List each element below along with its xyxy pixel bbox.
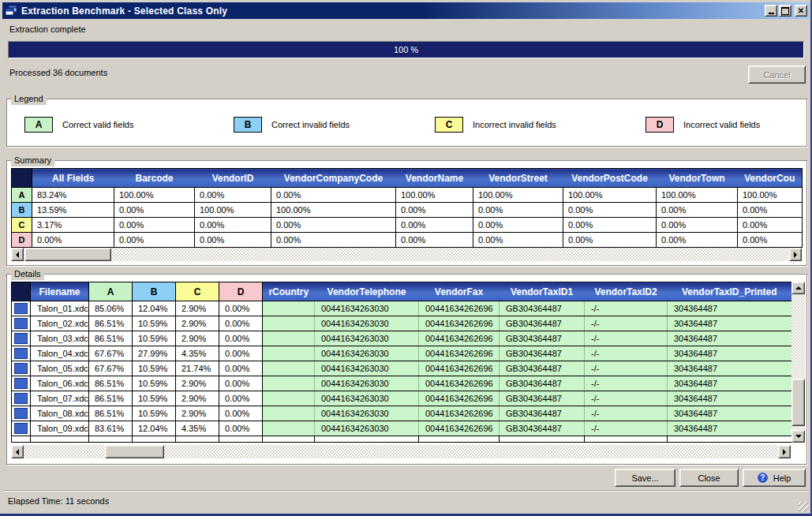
details-partial-cell bbox=[315, 436, 419, 443]
details-cell-filename: Talon_03.xdc bbox=[31, 331, 89, 346]
details-cell-fax: 00441634262696 bbox=[419, 361, 500, 376]
details-column-header-9: VendorTaxID2 bbox=[585, 282, 668, 301]
maximize-icon bbox=[781, 7, 789, 15]
row-selector-cell bbox=[12, 361, 31, 376]
details-cell-country bbox=[263, 316, 315, 331]
details-cell-d: 0.00% bbox=[219, 301, 263, 316]
row-selector[interactable] bbox=[14, 423, 28, 434]
details-cell-d: 0.00% bbox=[219, 421, 263, 436]
minimize-button[interactable] bbox=[765, 5, 777, 17]
details-row: Talon_02.xdc86.51%10.59%2.90%0.00%004416… bbox=[12, 316, 792, 331]
close-button[interactable]: ✕ bbox=[795, 5, 807, 17]
details-cell-c: 4.35% bbox=[176, 346, 219, 361]
details-cell-c: 4.35% bbox=[176, 421, 219, 436]
help-button[interactable]: ? Help bbox=[743, 469, 806, 487]
details-cell-taxid2: -/- bbox=[585, 301, 668, 316]
summary-cell: 0.00% bbox=[271, 218, 396, 233]
details-scroll-up-button[interactable] bbox=[791, 282, 805, 294]
details-cell-b: 12.04% bbox=[133, 301, 176, 316]
row-selector-cell bbox=[12, 346, 31, 361]
row-selector-cell bbox=[12, 316, 31, 331]
summary-column-header-0: All Fields bbox=[32, 169, 114, 188]
summary-row-label-C: C bbox=[12, 218, 32, 233]
summary-cell: 0.00% bbox=[657, 218, 738, 233]
row-selector[interactable] bbox=[14, 393, 28, 404]
arrow-down-icon bbox=[795, 435, 802, 438]
details-cell-taxid_printed: 304364487 bbox=[668, 301, 792, 316]
details-cell-country bbox=[263, 376, 315, 391]
summary-cell: 3.17% bbox=[32, 218, 114, 233]
summary-column-header-2: VendorID bbox=[195, 169, 271, 188]
summary-cell: 0.00% bbox=[473, 203, 563, 218]
summary-cell: 100.00% bbox=[473, 188, 563, 203]
details-cell-telephone: 00441634263030 bbox=[315, 391, 419, 406]
summary-corner-cell bbox=[12, 169, 32, 188]
details-cell-taxid2: -/- bbox=[585, 406, 668, 421]
summary-cell: 0.00% bbox=[32, 233, 114, 248]
close-dialog-button[interactable]: Close bbox=[679, 469, 739, 487]
summary-scroll-left-button[interactable] bbox=[11, 248, 24, 261]
row-selector[interactable] bbox=[14, 303, 28, 314]
save-button[interactable]: Save... bbox=[615, 469, 675, 487]
summary-cell: 100.00% bbox=[195, 203, 271, 218]
details-cell-taxid1: GB304364487 bbox=[500, 346, 585, 361]
details-cell-b: 10.59% bbox=[133, 376, 176, 391]
summary-cell: 0.00% bbox=[563, 218, 657, 233]
details-corner-cell bbox=[12, 282, 31, 301]
summary-cell: 100.00% bbox=[738, 188, 803, 203]
details-partial-cell bbox=[585, 436, 668, 443]
summary-row-D: D0.00%0.00%0.00%0.00%0.00%0.00%0.00%0.00… bbox=[12, 233, 803, 248]
row-selector[interactable] bbox=[14, 318, 28, 329]
details-vscrollbar-thumb[interactable] bbox=[791, 379, 805, 426]
details-vscrollbar-track[interactable] bbox=[791, 294, 805, 430]
details-cell-taxid_printed: 304364487 bbox=[668, 421, 792, 436]
details-row: Talon_03.xdc86.51%10.59%2.90%0.00%004416… bbox=[12, 331, 792, 346]
details-partial-cell bbox=[419, 436, 500, 443]
details-scroll-down-button[interactable] bbox=[791, 430, 805, 443]
summary-scrollbar-track[interactable] bbox=[24, 248, 789, 261]
summary-cell: 0.00% bbox=[195, 233, 271, 248]
resize-grip[interactable] bbox=[799, 502, 809, 512]
details-partial-cell bbox=[176, 436, 219, 443]
cancel-button[interactable]: Cancel bbox=[748, 65, 806, 84]
summary-cell: 0.00% bbox=[738, 218, 803, 233]
summary-cell: 0.00% bbox=[114, 218, 195, 233]
summary-table: All FieldsBarcodeVendorIDVendorCompanyCo… bbox=[11, 168, 803, 248]
details-cell-telephone: 00441634263030 bbox=[315, 421, 419, 436]
summary-scrollbar-thumb[interactable] bbox=[24, 248, 111, 261]
legend-item-label: Correct invalid fields bbox=[271, 120, 350, 129]
details-cell-taxid2: -/- bbox=[585, 421, 668, 436]
details-column-header-7: VendorFax bbox=[419, 282, 500, 301]
details-scrollbar-track[interactable] bbox=[24, 445, 778, 458]
details-cell-telephone: 00441634263030 bbox=[315, 361, 419, 376]
row-selector[interactable] bbox=[14, 333, 28, 344]
details-cell-c: 2.90% bbox=[176, 331, 219, 346]
row-selector[interactable] bbox=[14, 348, 28, 359]
dialog-window: Extraction Benchmark - Selected Class On… bbox=[0, 0, 812, 516]
summary-cell: 0.00% bbox=[738, 233, 803, 248]
details-group-title: Details bbox=[11, 268, 44, 280]
legend-item-label: Incorrect valid fields bbox=[683, 120, 760, 129]
details-cell-fax: 00441634262696 bbox=[419, 391, 500, 406]
details-cell-c: 2.90% bbox=[176, 376, 219, 391]
details-scroll-right-button[interactable] bbox=[778, 445, 791, 458]
details-cell-taxid1: GB304364487 bbox=[500, 331, 585, 346]
maximize-button[interactable] bbox=[779, 5, 791, 17]
title-bar[interactable]: Extraction Benchmark - Selected Class On… bbox=[2, 2, 810, 19]
row-selector-cell bbox=[12, 391, 31, 406]
details-cell-country bbox=[263, 301, 315, 316]
summary-cell: 0.00% bbox=[657, 203, 738, 218]
details-scroll-left-button[interactable] bbox=[11, 445, 24, 458]
summary-cell: 0.00% bbox=[563, 233, 657, 248]
summary-scroll-right-button[interactable] bbox=[789, 248, 802, 261]
details-scrollbar-thumb[interactable] bbox=[105, 445, 164, 458]
summary-cell: 0.00% bbox=[195, 188, 271, 203]
row-selector[interactable] bbox=[14, 408, 28, 419]
summary-row-A: A83.24%100.00%0.00%0.00%100.00%100.00%10… bbox=[12, 188, 803, 203]
summary-group: Summary All FieldsBarcodeVendorIDVendorC… bbox=[6, 160, 807, 266]
details-cell-taxid2: -/- bbox=[585, 316, 668, 331]
row-selector[interactable] bbox=[14, 363, 28, 374]
arrow-left-icon bbox=[16, 252, 19, 258]
row-selector[interactable] bbox=[14, 378, 28, 389]
details-partial-cell bbox=[668, 436, 792, 443]
